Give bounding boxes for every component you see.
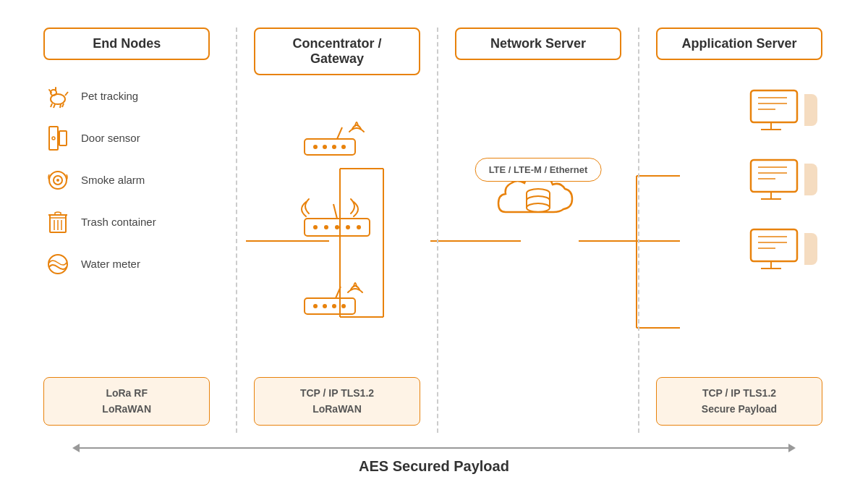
svg-line-36	[337, 127, 342, 139]
pet-tracking-item: Pet tracking	[43, 82, 229, 111]
monitor-middle-shadow	[804, 164, 817, 195]
svg-point-50	[313, 304, 318, 308]
svg-rect-63	[751, 90, 797, 122]
svg-point-45	[335, 225, 339, 229]
end-nodes-header: End Nodes	[43, 28, 210, 60]
application-server-column: Application Server	[639, 28, 839, 433]
svg-line-15	[65, 92, 68, 96]
water-meter-icon	[43, 250, 72, 279]
diagram-container: End Nodes	[14, 13, 854, 491]
svg-point-43	[313, 225, 318, 229]
aes-label: AES Secured Payload	[359, 458, 509, 475]
aes-arrowhead-right	[788, 444, 796, 452]
monitor-bottom-shadow	[804, 233, 817, 265]
lte-label: LTE / LTE-M / Ethernet	[475, 158, 602, 182]
monitor-middle	[749, 158, 817, 208]
monitor-bottom	[749, 228, 817, 277]
door-sensor-icon	[43, 124, 72, 153]
svg-rect-35	[305, 139, 355, 155]
app-server-icons	[647, 89, 832, 277]
concentrator-column: Concentrator / Gateway	[237, 28, 438, 433]
device-list: Pet tracking Door sensor	[43, 82, 229, 279]
svg-point-38	[323, 145, 327, 149]
svg-line-49	[336, 287, 341, 298]
svg-rect-69	[751, 160, 797, 192]
concentrator-protocol: TCP / IP TLS1.2 LoRaWAN	[254, 377, 420, 426]
svg-rect-22	[49, 127, 58, 150]
svg-point-51	[323, 304, 327, 308]
trash-container-icon	[43, 208, 72, 237]
lte-label-container: LTE / LTE-M / Ethernet	[475, 158, 602, 182]
trash-container-label: Trash container	[81, 216, 156, 228]
svg-point-52	[332, 304, 336, 308]
gateway-icons	[244, 111, 430, 329]
svg-line-42	[333, 204, 337, 219]
svg-point-27	[56, 179, 59, 182]
aes-line	[80, 447, 788, 449]
application-server-header: Application Server	[656, 28, 822, 60]
water-meter-label: Water meter	[81, 258, 140, 270]
svg-point-39	[332, 145, 336, 149]
svg-rect-23	[59, 131, 67, 145]
app-server-protocol: TCP / IP TLS1.2 Secure Payload	[656, 377, 822, 426]
network-server-header: Network Server	[455, 28, 621, 60]
svg-point-44	[324, 225, 328, 229]
network-server-column: Network Server LTE / LTE-M / Ethernet	[438, 28, 639, 433]
columns-layout: End Nodes	[29, 28, 839, 433]
svg-line-17	[60, 104, 61, 108]
door-sensor-label: Door sensor	[81, 132, 140, 144]
aes-arrowhead-left	[72, 444, 80, 452]
svg-point-37	[313, 145, 318, 149]
door-sensor-item: Door sensor	[43, 124, 229, 153]
end-nodes-protocol: LoRa RF LoRaWAN	[43, 377, 210, 426]
smoke-alarm-icon	[43, 166, 72, 195]
pet-tracking-label: Pet tracking	[81, 90, 138, 102]
svg-line-19	[51, 103, 52, 107]
svg-point-47	[357, 225, 361, 229]
svg-point-40	[341, 145, 346, 149]
end-nodes-column: End Nodes	[29, 28, 237, 433]
gateway-top	[297, 111, 377, 169]
gateway-bottom	[297, 271, 377, 329]
svg-point-46	[346, 225, 350, 229]
monitor-top	[749, 89, 817, 138]
smoke-alarm-item: Smoke alarm	[43, 166, 229, 195]
smoke-alarm-label: Smoke alarm	[81, 174, 145, 186]
gateway-middle	[290, 191, 384, 249]
svg-rect-75	[751, 229, 797, 261]
water-meter-item: Water meter	[43, 250, 229, 279]
aes-arrow	[72, 444, 796, 452]
aes-section: AES Secured Payload	[29, 444, 839, 475]
svg-point-53	[341, 304, 346, 308]
monitor-top-shadow	[804, 94, 817, 126]
svg-line-18	[54, 104, 55, 108]
svg-rect-48	[305, 298, 355, 314]
trash-container-item: Trash container	[43, 208, 229, 237]
svg-line-16	[62, 103, 64, 107]
concentrator-header: Concentrator / Gateway	[254, 28, 420, 75]
pet-tracking-icon	[43, 82, 72, 111]
svg-point-24	[52, 137, 55, 140]
